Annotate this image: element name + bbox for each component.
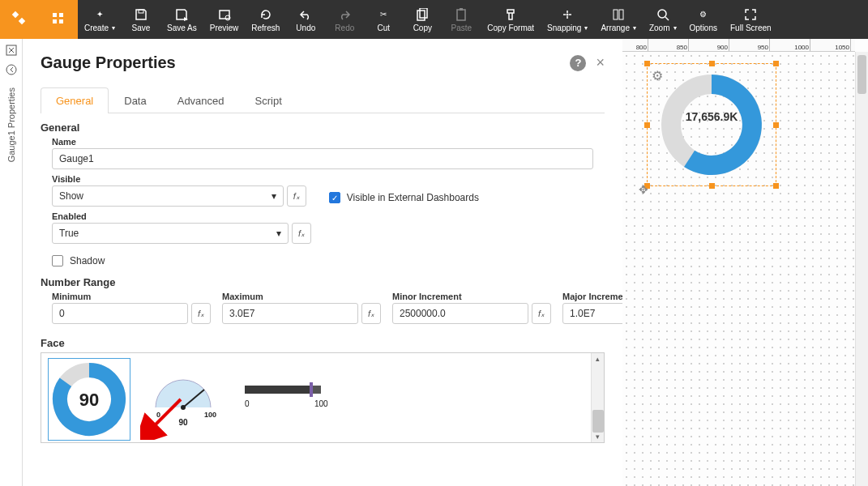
minor-label: Minor Increment <box>392 292 551 301</box>
tab-data[interactable]: Data <box>109 87 161 113</box>
paste-button[interactable]: Paste <box>442 0 481 39</box>
face-gallery: 90 0 100 90 0 <box>41 352 605 443</box>
svg-text:100: 100 <box>204 411 216 419</box>
zoom-button[interactable]: Zoom▾ <box>643 0 683 39</box>
face-scrollbar[interactable]: ▴▾ <box>591 353 604 442</box>
section-general: General <box>41 122 605 134</box>
redo-button[interactable]: Redo <box>325 0 364 39</box>
svg-rect-27 <box>245 386 310 394</box>
section-face: Face <box>41 337 605 349</box>
svg-point-13 <box>567 13 569 15</box>
svg-rect-15 <box>619 10 623 19</box>
enabled-fx-button[interactable]: fₓ <box>292 223 311 244</box>
svg-rect-5 <box>59 19 63 23</box>
svg-rect-14 <box>614 10 618 19</box>
visible-label: Visible <box>52 174 306 184</box>
max-label: Maximum <box>222 292 381 301</box>
name-input[interactable] <box>52 148 593 169</box>
tab-advanced[interactable]: Advanced <box>162 87 240 113</box>
horizontal-ruler: 800 850 900 950 1000 1050 <box>622 39 855 52</box>
canvas-scrollbar[interactable] <box>855 52 868 486</box>
left-rail: Gauge1 Properties <box>0 39 23 486</box>
svg-rect-7 <box>220 11 229 19</box>
svg-rect-4 <box>53 19 57 23</box>
face-dial-option[interactable]: 0 100 90 <box>142 363 224 436</box>
ext-dash-label: Visible in External Dashboards <box>347 192 479 203</box>
panel-title: Gauge Properties <box>41 53 176 72</box>
full-screen-button[interactable]: Full Screen <box>724 0 778 39</box>
arrange-button[interactable]: Arrange▾ <box>594 0 643 39</box>
gauge-widget[interactable]: 17,656.9K <box>647 63 776 186</box>
widgets-button[interactable] <box>39 0 78 39</box>
svg-text:0: 0 <box>245 399 250 408</box>
svg-rect-0 <box>12 11 19 18</box>
svg-point-16 <box>658 10 666 18</box>
shadow-checkbox[interactable] <box>52 255 63 266</box>
collapse-panel-icon[interactable] <box>3 62 19 78</box>
app-logo[interactable] <box>0 0 39 39</box>
minor-input[interactable] <box>392 303 528 324</box>
design-canvas[interactable]: 800 850 900 950 1000 1050 17,656.9K ⚙ ✥ <box>622 39 868 486</box>
svg-text:90: 90 <box>79 390 99 410</box>
svg-rect-3 <box>59 13 63 17</box>
svg-rect-12 <box>460 8 463 11</box>
svg-text:100: 100 <box>314 399 328 408</box>
major-input[interactable] <box>562 303 622 324</box>
face-bar-option[interactable]: 0 100 <box>236 375 333 424</box>
name-label: Name <box>52 137 605 147</box>
gear-icon[interactable]: ⚙ <box>652 68 663 83</box>
shadow-label: Shadow <box>70 255 105 266</box>
help-icon[interactable]: ? <box>570 55 586 71</box>
svg-rect-28 <box>310 382 313 397</box>
enabled-label: Enabled <box>52 211 311 221</box>
tab-general[interactable]: General <box>41 87 109 113</box>
save-button[interactable]: Save <box>122 0 160 39</box>
refresh-button[interactable]: Refresh <box>245 0 286 39</box>
svg-rect-1 <box>19 18 25 24</box>
visible-select[interactable]: Show▾ <box>52 185 284 207</box>
min-fx-button[interactable]: fₓ <box>191 303 211 324</box>
copy-format-button[interactable]: Copy Format <box>481 0 541 39</box>
tab-bar: General Data Advanced Script <box>41 87 605 113</box>
close-panel-icon[interactable] <box>3 42 19 58</box>
svg-text:0: 0 <box>156 411 160 419</box>
major-label: Major Increment <box>562 292 622 301</box>
max-input[interactable] <box>222 303 358 324</box>
save-as-button[interactable]: Save As <box>160 0 203 39</box>
min-label: Minimum <box>52 292 211 301</box>
properties-panel: Gauge Properties ? × General Data Advanc… <box>23 39 622 486</box>
ext-dash-checkbox[interactable]: ✓ <box>329 192 340 203</box>
gauge-value: 17,656.9K <box>647 110 776 123</box>
options-button[interactable]: ⚙Options <box>683 0 724 39</box>
svg-rect-9 <box>417 11 425 20</box>
tab-script[interactable]: Script <box>240 87 297 113</box>
svg-point-22 <box>181 405 186 410</box>
preview-button[interactable]: Preview <box>203 0 246 39</box>
svg-point-18 <box>6 65 16 75</box>
minor-fx-button[interactable]: fₓ <box>532 303 551 324</box>
close-icon[interactable]: × <box>596 54 605 71</box>
undo-button[interactable]: Undo <box>286 0 325 39</box>
face-donut-option[interactable]: 90 <box>48 358 130 441</box>
visible-fx-button[interactable]: fₓ <box>287 185 306 207</box>
svg-rect-10 <box>420 8 427 18</box>
snapping-button[interactable]: Snapping▾ <box>541 0 594 39</box>
svg-rect-11 <box>457 10 465 20</box>
create-button[interactable]: ✦Create▾ <box>78 0 122 39</box>
vertical-tab-label[interactable]: Gauge1 Properties <box>6 87 16 162</box>
section-number-range: Number Range <box>41 276 605 288</box>
move-icon[interactable]: ✥ <box>639 183 648 196</box>
min-input[interactable] <box>52 303 188 324</box>
svg-rect-2 <box>53 13 57 17</box>
cut-button[interactable]: ✂Cut <box>364 0 403 39</box>
max-fx-button[interactable]: fₓ <box>361 303 381 324</box>
enabled-select[interactable]: True▾ <box>52 223 289 244</box>
main-toolbar: ✦Create▾ Save Save As Preview Refresh Un… <box>0 0 868 39</box>
copy-button[interactable]: Copy <box>403 0 442 39</box>
svg-text:90: 90 <box>178 418 188 427</box>
